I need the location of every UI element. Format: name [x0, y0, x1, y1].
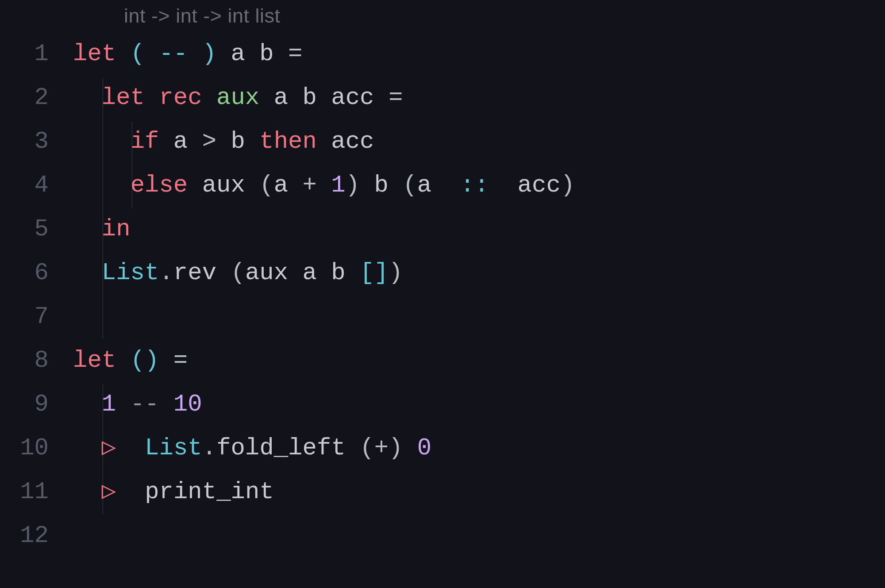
paren-open: (: [360, 434, 374, 461]
operator-plus: +: [288, 172, 331, 199]
identifier: aux: [245, 259, 303, 286]
type-hint: int -> int -> int list: [124, 4, 281, 27]
code-line[interactable]: 10 ▷ List.fold_left (+) 0: [0, 426, 885, 470]
identifier: fold_left: [216, 434, 360, 461]
paren-open: (: [403, 172, 417, 199]
identifier: rev: [173, 259, 231, 286]
keyword-let: let: [73, 347, 131, 374]
number-literal: 10: [173, 391, 202, 418]
identifier: a: [274, 84, 288, 111]
code-content[interactable]: else aux (a + 1) b (a :: acc): [73, 163, 575, 207]
keyword-else: else: [131, 172, 202, 199]
code-line[interactable]: 8 let () =: [0, 338, 885, 382]
line-number: 5: [0, 207, 73, 251]
code-line[interactable]: 3 if a > b then acc: [0, 119, 885, 163]
paren-close: ): [188, 40, 216, 67]
module-name: List: [102, 259, 159, 286]
identifier: b: [231, 128, 245, 155]
identifier: b: [259, 40, 273, 67]
code-line[interactable]: 11 ▷ print_int: [0, 470, 885, 514]
code-content[interactable]: in: [73, 207, 131, 251]
line-number: 8: [0, 338, 73, 382]
keyword-then: then: [245, 128, 331, 155]
operator-plus: +: [374, 434, 389, 461]
identifier: b: [374, 172, 389, 199]
equals: =: [288, 40, 302, 67]
identifier: acc: [331, 84, 374, 111]
operator-range: --: [159, 40, 188, 67]
code-line[interactable]: 7: [0, 295, 885, 338]
bracket-close: ]: [374, 259, 389, 286]
code-line[interactable]: 5 in: [0, 207, 885, 251]
code-content[interactable]: ▷ List.fold_left (+) 0: [73, 426, 431, 470]
equals: =: [389, 84, 403, 111]
paren-open: (: [131, 40, 159, 67]
number-literal: 0: [417, 434, 431, 461]
keyword-let: let: [73, 40, 131, 67]
identifier: a: [417, 172, 431, 199]
line-number: 11: [0, 470, 73, 514]
line-number: 4: [0, 163, 73, 207]
code-line[interactable]: 12: [0, 514, 885, 557]
line-number: 6: [0, 251, 73, 295]
paren-open: (: [231, 259, 245, 286]
line-number: 9: [0, 382, 73, 426]
pipe-icon: ▷: [102, 478, 116, 505]
identifier: b: [331, 259, 345, 286]
code-content[interactable]: let rec aux a b acc =: [73, 76, 403, 119]
identifier: a: [173, 128, 188, 155]
code-content[interactable]: List.rev (aux a b []): [73, 251, 403, 295]
line-number: 1: [0, 32, 73, 76]
code-line[interactable]: 1 let ( -- ) a b =: [0, 32, 885, 76]
operator-range: --: [116, 391, 173, 418]
dot: .: [202, 434, 216, 461]
number-literal: 1: [331, 172, 345, 199]
paren-open: (: [259, 172, 273, 199]
identifier: a: [303, 259, 317, 286]
module-name: List: [145, 434, 202, 461]
code-lines: 1 let ( -- ) a b = 2 let rec aux a b acc…: [0, 32, 885, 557]
line-number: 10: [0, 426, 73, 470]
code-line[interactable]: 9 1 -- 10: [0, 382, 885, 426]
code-line[interactable]: 6 List.rev (aux a b []): [0, 251, 885, 295]
paren-open: (: [131, 347, 145, 374]
keyword-rec: rec: [159, 84, 216, 111]
identifier: b: [303, 84, 317, 111]
paren-close: ): [389, 259, 403, 286]
dot: .: [159, 259, 173, 286]
identifier: a: [231, 40, 245, 67]
code-line[interactable]: 4 else aux (a + 1) b (a :: acc): [0, 163, 885, 207]
line-number: 7: [0, 295, 73, 338]
keyword-let: let: [102, 84, 159, 111]
paren-close: ): [145, 347, 159, 374]
equals: =: [173, 347, 188, 374]
code-editor[interactable]: int -> int -> int list 1 let ( -- ) a b …: [0, 0, 885, 588]
line-number: 2: [0, 76, 73, 119]
keyword-if: if: [131, 128, 173, 155]
paren-close: ): [389, 434, 403, 461]
identifier: acc: [331, 128, 374, 155]
operator-gt: >: [188, 128, 231, 155]
operator-cons: ::: [431, 172, 517, 199]
function-name: aux: [216, 84, 259, 111]
identifier: aux: [202, 172, 260, 199]
paren-close: ): [561, 172, 575, 199]
identifier: a: [274, 172, 288, 199]
identifier: print_int: [145, 478, 274, 505]
line-number: 12: [0, 514, 73, 557]
line-number: 3: [0, 119, 73, 163]
bracket-open: [: [360, 259, 374, 286]
code-content[interactable]: let () =: [73, 338, 188, 382]
paren-close: ): [346, 172, 360, 199]
code-content[interactable]: ▷ print_int: [73, 470, 274, 514]
code-content[interactable]: let ( -- ) a b =: [73, 32, 303, 76]
pipe-icon: ▷: [102, 434, 116, 461]
code-content[interactable]: if a > b then acc: [73, 119, 374, 163]
code-line[interactable]: 2 let rec aux a b acc =: [0, 76, 885, 119]
code-content[interactable]: 1 -- 10: [73, 382, 202, 426]
identifier: acc: [518, 172, 561, 199]
number-literal: 1: [102, 391, 116, 418]
keyword-in: in: [102, 215, 131, 242]
